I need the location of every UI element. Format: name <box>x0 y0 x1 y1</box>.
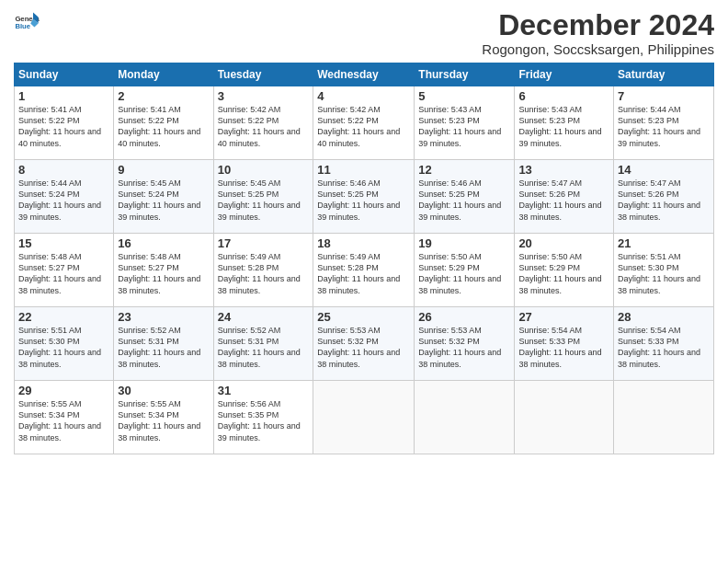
calendar-day-cell: 2Sunrise: 5:41 AM Sunset: 5:22 PM Daylig… <box>114 86 213 160</box>
day-number: 12 <box>418 163 510 177</box>
day-info: Sunrise: 5:44 AM Sunset: 5:23 PM Dayligh… <box>618 104 710 149</box>
day-info: Sunrise: 5:50 AM Sunset: 5:29 PM Dayligh… <box>518 251 609 296</box>
day-info: Sunrise: 5:49 AM Sunset: 5:28 PM Dayligh… <box>317 251 410 296</box>
day-number: 11 <box>317 163 410 177</box>
day-number: 21 <box>618 236 710 250</box>
day-number: 10 <box>218 163 310 177</box>
calendar-day-cell <box>515 381 614 454</box>
calendar-week-row: 15Sunrise: 5:48 AM Sunset: 5:27 PM Dayli… <box>15 234 714 307</box>
day-number: 18 <box>317 236 410 250</box>
subtitle: Rogongon, Soccsksargen, Philippines <box>482 41 714 57</box>
calendar-day-cell: 3Sunrise: 5:42 AM Sunset: 5:22 PM Daylig… <box>213 86 313 160</box>
calendar-day-cell: 25Sunrise: 5:53 AM Sunset: 5:32 PM Dayli… <box>313 307 415 381</box>
calendar-day-cell: 10Sunrise: 5:45 AM Sunset: 5:25 PM Dayli… <box>213 160 313 234</box>
day-number: 29 <box>18 384 109 397</box>
calendar-day-cell: 17Sunrise: 5:49 AM Sunset: 5:28 PM Dayli… <box>213 234 313 307</box>
day-info: Sunrise: 5:49 AM Sunset: 5:28 PM Dayligh… <box>218 251 310 296</box>
day-info: Sunrise: 5:47 AM Sunset: 5:26 PM Dayligh… <box>618 178 710 223</box>
day-number: 26 <box>418 310 510 324</box>
svg-text:Blue: Blue <box>15 22 30 30</box>
day-info: Sunrise: 5:48 AM Sunset: 5:27 PM Dayligh… <box>18 251 109 296</box>
day-number: 19 <box>418 236 510 250</box>
day-number: 22 <box>18 310 109 324</box>
header: General Blue December 2024 Rogongon, Soc… <box>14 9 714 57</box>
day-info: Sunrise: 5:45 AM Sunset: 5:24 PM Dayligh… <box>118 178 209 223</box>
day-number: 4 <box>317 89 410 103</box>
day-number: 31 <box>218 384 310 397</box>
calendar-week-row: 8Sunrise: 5:44 AM Sunset: 5:24 PM Daylig… <box>15 160 714 234</box>
calendar-day-cell: 29Sunrise: 5:55 AM Sunset: 5:34 PM Dayli… <box>15 381 114 454</box>
calendar-body: 1Sunrise: 5:41 AM Sunset: 5:22 PM Daylig… <box>15 86 714 454</box>
day-info: Sunrise: 5:51 AM Sunset: 5:30 PM Dayligh… <box>18 325 109 370</box>
main-title: December 2024 <box>482 9 714 41</box>
day-info: Sunrise: 5:55 AM Sunset: 5:34 PM Dayligh… <box>18 398 109 443</box>
day-number: 13 <box>518 163 609 177</box>
day-number: 2 <box>118 89 209 103</box>
calendar-day-cell: 27Sunrise: 5:54 AM Sunset: 5:33 PM Dayli… <box>515 307 614 381</box>
calendar-week-row: 29Sunrise: 5:55 AM Sunset: 5:34 PM Dayli… <box>15 381 714 454</box>
day-info: Sunrise: 5:54 AM Sunset: 5:33 PM Dayligh… <box>618 325 710 370</box>
day-info: Sunrise: 5:48 AM Sunset: 5:27 PM Dayligh… <box>118 251 209 296</box>
day-info: Sunrise: 5:53 AM Sunset: 5:32 PM Dayligh… <box>317 325 410 370</box>
calendar-day-cell: 28Sunrise: 5:54 AM Sunset: 5:33 PM Dayli… <box>614 307 714 381</box>
day-number: 23 <box>118 310 209 324</box>
calendar-day-cell: 5Sunrise: 5:43 AM Sunset: 5:23 PM Daylig… <box>415 86 515 160</box>
day-info: Sunrise: 5:42 AM Sunset: 5:22 PM Dayligh… <box>218 104 310 149</box>
day-number: 3 <box>218 89 310 103</box>
day-number: 24 <box>218 310 310 324</box>
calendar-day-cell: 15Sunrise: 5:48 AM Sunset: 5:27 PM Dayli… <box>15 234 114 307</box>
day-info: Sunrise: 5:42 AM Sunset: 5:22 PM Dayligh… <box>317 104 410 149</box>
calendar-day-cell: 12Sunrise: 5:46 AM Sunset: 5:25 PM Dayli… <box>415 160 515 234</box>
day-number: 17 <box>218 236 310 250</box>
calendar-header-cell: Thursday <box>415 63 515 86</box>
calendar-day-cell: 21Sunrise: 5:51 AM Sunset: 5:30 PM Dayli… <box>614 234 714 307</box>
day-number: 14 <box>618 163 710 177</box>
calendar-header-cell: Wednesday <box>313 63 415 86</box>
day-info: Sunrise: 5:51 AM Sunset: 5:30 PM Dayligh… <box>618 251 710 296</box>
calendar-day-cell: 7Sunrise: 5:44 AM Sunset: 5:23 PM Daylig… <box>614 86 714 160</box>
day-number: 25 <box>317 310 410 324</box>
day-info: Sunrise: 5:46 AM Sunset: 5:25 PM Dayligh… <box>418 178 510 223</box>
calendar-day-cell: 18Sunrise: 5:49 AM Sunset: 5:28 PM Dayli… <box>313 234 415 307</box>
calendar-header-cell: Saturday <box>614 63 714 86</box>
day-number: 30 <box>118 384 209 397</box>
day-info: Sunrise: 5:45 AM Sunset: 5:25 PM Dayligh… <box>218 178 310 223</box>
calendar-header-cell: Sunday <box>15 63 114 86</box>
calendar-week-row: 1Sunrise: 5:41 AM Sunset: 5:22 PM Daylig… <box>15 86 714 160</box>
calendar-day-cell: 11Sunrise: 5:46 AM Sunset: 5:25 PM Dayli… <box>313 160 415 234</box>
calendar-day-cell <box>415 381 515 454</box>
day-info: Sunrise: 5:47 AM Sunset: 5:26 PM Dayligh… <box>518 178 609 223</box>
calendar-day-cell: 20Sunrise: 5:50 AM Sunset: 5:29 PM Dayli… <box>515 234 614 307</box>
logo-icon: General Blue <box>14 9 40 35</box>
calendar-day-cell: 24Sunrise: 5:52 AM Sunset: 5:31 PM Dayli… <box>213 307 313 381</box>
calendar-day-cell: 8Sunrise: 5:44 AM Sunset: 5:24 PM Daylig… <box>15 160 114 234</box>
day-info: Sunrise: 5:52 AM Sunset: 5:31 PM Dayligh… <box>218 325 310 370</box>
day-info: Sunrise: 5:55 AM Sunset: 5:34 PM Dayligh… <box>118 398 209 443</box>
calendar-header-row: SundayMondayTuesdayWednesdayThursdayFrid… <box>15 63 714 86</box>
day-number: 16 <box>118 236 209 250</box>
day-number: 20 <box>518 236 609 250</box>
day-info: Sunrise: 5:43 AM Sunset: 5:23 PM Dayligh… <box>418 104 510 149</box>
calendar-day-cell: 23Sunrise: 5:52 AM Sunset: 5:31 PM Dayli… <box>114 307 213 381</box>
day-number: 8 <box>18 163 109 177</box>
day-info: Sunrise: 5:41 AM Sunset: 5:22 PM Dayligh… <box>118 104 209 149</box>
logo: General Blue <box>14 9 40 35</box>
day-info: Sunrise: 5:46 AM Sunset: 5:25 PM Dayligh… <box>317 178 410 223</box>
day-number: 9 <box>118 163 209 177</box>
title-area: December 2024 Rogongon, Soccsksargen, Ph… <box>482 9 714 57</box>
calendar-day-cell <box>614 381 714 454</box>
day-info: Sunrise: 5:56 AM Sunset: 5:35 PM Dayligh… <box>218 398 310 443</box>
calendar-day-cell: 6Sunrise: 5:43 AM Sunset: 5:23 PM Daylig… <box>515 86 614 160</box>
day-info: Sunrise: 5:44 AM Sunset: 5:24 PM Dayligh… <box>18 178 109 223</box>
day-number: 28 <box>618 310 710 324</box>
calendar-header-cell: Monday <box>114 63 213 86</box>
day-info: Sunrise: 5:43 AM Sunset: 5:23 PM Dayligh… <box>518 104 609 149</box>
day-number: 27 <box>518 310 609 324</box>
calendar-day-cell: 13Sunrise: 5:47 AM Sunset: 5:26 PM Dayli… <box>515 160 614 234</box>
calendar-day-cell: 9Sunrise: 5:45 AM Sunset: 5:24 PM Daylig… <box>114 160 213 234</box>
calendar-header-cell: Tuesday <box>213 63 313 86</box>
calendar-header-cell: Friday <box>515 63 614 86</box>
calendar-week-row: 22Sunrise: 5:51 AM Sunset: 5:30 PM Dayli… <box>15 307 714 381</box>
page: General Blue December 2024 Rogongon, Soc… <box>0 0 728 563</box>
day-info: Sunrise: 5:53 AM Sunset: 5:32 PM Dayligh… <box>418 325 510 370</box>
